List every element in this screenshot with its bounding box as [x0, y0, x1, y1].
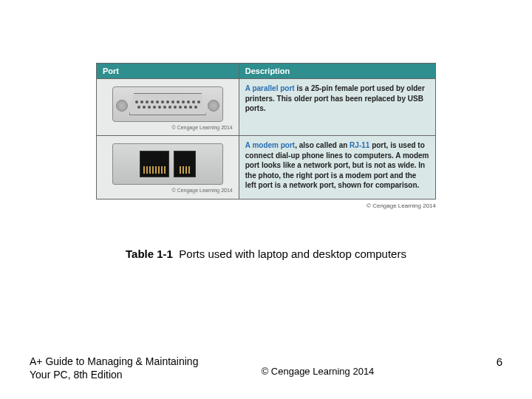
caption-label: Table 1-1: [126, 248, 173, 260]
image-credit: © Cengage Learning 2014: [103, 187, 233, 194]
term-modem: A modem port: [245, 141, 295, 149]
page-number: 6: [497, 355, 502, 368]
col-header-description: Description: [239, 64, 435, 79]
caption-text: Ports used with laptop and desktop compu…: [179, 248, 406, 260]
port-image-modem: © Cengage Learning 2014: [97, 136, 239, 199]
term-rj11: RJ-11: [349, 141, 369, 149]
port-image-parallel: © Cengage Learning 2014: [97, 79, 239, 136]
table-row: © Cengage Learning 2014 A modem port, al…: [97, 136, 436, 199]
ports-table: Port Description © Cengage Learning 2014…: [96, 63, 436, 200]
footer-copyright: © Cengage Learning 2014: [0, 366, 532, 377]
desc-text: , also called an: [295, 141, 349, 149]
col-header-port: Port: [97, 64, 239, 79]
image-credit: © Cengage Learning 2014: [103, 124, 233, 131]
description-parallel: A parallel port is a 25-pin female port …: [239, 79, 435, 136]
description-modem: A modem port, also called an RJ-11 port,…: [239, 136, 435, 199]
rj11-icon: [174, 151, 196, 177]
modem-port-icon: [112, 143, 223, 185]
term-parallel: A parallel port: [245, 84, 295, 92]
figure-caption: Table 1-1 Ports used with laptop and des…: [0, 248, 532, 260]
ports-figure: Port Description © Cengage Learning 2014…: [96, 63, 436, 209]
figure-credit: © Cengage Learning 2014: [96, 202, 436, 209]
rj45-icon: [140, 151, 169, 177]
parallel-port-icon: [112, 86, 223, 122]
table-row: © Cengage Learning 2014 A parallel port …: [97, 79, 436, 136]
